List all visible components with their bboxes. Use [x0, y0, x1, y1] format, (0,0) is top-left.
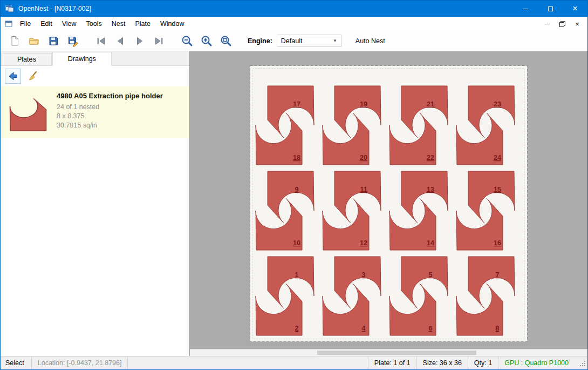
drawing-nested-count: 24 of 1 nested [57, 103, 163, 112]
plate-nav-group [91, 32, 169, 50]
save-edit-button[interactable] [63, 32, 83, 50]
part-number: 6 [429, 325, 433, 332]
titlebar: OpenNest - [N0317-002] × [1, 1, 587, 17]
part-number: 8 [496, 325, 500, 332]
previous-plate-icon [114, 35, 126, 47]
open-button[interactable] [24, 32, 44, 50]
drawing-title: 4980 A05 Extraction pipe holder [57, 92, 163, 100]
menu-nest[interactable]: Nest [107, 20, 131, 28]
menu-view[interactable]: View [57, 20, 81, 28]
close-icon: × [572, 4, 577, 13]
first-plate-button[interactable] [91, 32, 111, 50]
part-number: 5 [429, 271, 433, 279]
save-icon [47, 35, 59, 47]
auto-nest-button[interactable]: Auto Nest [355, 37, 385, 45]
mdi-close-button[interactable]: × [570, 18, 584, 29]
window-title: OpenNest - [N0317-002] [18, 5, 91, 12]
last-plate-button[interactable] [149, 32, 169, 50]
part-number: 16 [494, 239, 501, 247]
menubar-items: FileEditViewToolsNestPlateWindow [15, 17, 189, 31]
part-number: 24 [494, 154, 501, 162]
new-file-icon [9, 35, 20, 47]
last-plate-icon [153, 35, 165, 47]
clean-button[interactable] [25, 69, 41, 84]
menu-edit[interactable]: Edit [36, 20, 57, 28]
replace-drawing-button[interactable] [5, 69, 21, 84]
previous-plate-button[interactable] [111, 32, 130, 50]
file-group [5, 32, 83, 50]
canvas-hscrollbar[interactable] [190, 349, 587, 356]
tab-drawings[interactable]: Drawings [52, 52, 112, 66]
engine-value: Default [281, 37, 303, 45]
main-toolbar: Engine: Default ▼ Auto Nest [1, 31, 587, 51]
next-plate-icon [134, 35, 146, 47]
statusbar: Select Location: [-0.9437, 21.8796] Plat… [1, 356, 587, 369]
drawings-toolbar [1, 66, 189, 86]
caption-buttons: × [513, 1, 587, 17]
menubar: FileEditViewToolsNestPlateWindow × [1, 17, 587, 31]
first-plate-icon [95, 35, 107, 47]
part-number: 20 [360, 154, 367, 162]
content-area: PlatesDrawings [1, 51, 587, 356]
status-size: Size: 36 x 36 [417, 359, 468, 367]
sidebar-tabs: PlatesDrawings [1, 51, 189, 66]
part-number: 9 [295, 186, 299, 193]
mdi-minimize-icon [545, 24, 550, 24]
status-qty: Qty: 1 [468, 359, 498, 367]
new-button[interactable] [5, 32, 24, 50]
drawing-info: 4980 A05 Extraction pipe holder 24 of 1 … [57, 92, 163, 130]
mdi-buttons: × [540, 18, 587, 29]
save-button[interactable] [44, 32, 63, 50]
save-edit-icon [67, 35, 79, 47]
mdi-restore-icon [559, 21, 565, 27]
drawing-list-item[interactable]: 4980 A05 Extraction pipe holder 24 of 1 … [1, 86, 189, 138]
resize-grip[interactable] [579, 360, 586, 367]
menu-file[interactable]: File [15, 20, 36, 28]
zoom-out-icon [181, 35, 194, 48]
blue-arrow-icon [8, 71, 18, 82]
drawing-area: 30.7815 sq/in [57, 121, 163, 130]
zoom-group [177, 32, 236, 50]
part-number: 14 [427, 239, 434, 247]
mdi-minimize-button[interactable] [540, 18, 554, 29]
mdi-close-icon: × [575, 20, 579, 28]
divider [127, 356, 128, 370]
part-number: 7 [496, 271, 500, 279]
part-thumbnail [7, 96, 49, 132]
status-plate: Plate: 1 of 1 [368, 359, 416, 367]
part-number: 1 [295, 271, 299, 279]
zoom-extents-button[interactable] [216, 32, 236, 50]
part-number: 18 [293, 154, 300, 162]
document-window-icon [4, 19, 13, 28]
broom-icon [28, 71, 38, 82]
part-number: 3 [362, 271, 366, 279]
menu-window[interactable]: Window [155, 20, 189, 28]
part-number: 11 [360, 186, 367, 193]
maximize-button[interactable] [538, 1, 563, 17]
status-mode: Select [1, 359, 31, 367]
chevron-down-icon: ▼ [333, 38, 337, 43]
part-number: 12 [360, 239, 367, 247]
minimize-icon [523, 9, 528, 9]
scrollbar-thumb[interactable] [317, 351, 476, 355]
part-number: 10 [293, 239, 300, 247]
menu-tools[interactable]: Tools [81, 20, 107, 28]
drawing-dimensions: 8 x 8.375 [57, 112, 163, 121]
zoom-in-button[interactable] [197, 32, 216, 50]
next-plate-button[interactable] [130, 32, 149, 50]
part-number: 23 [494, 100, 501, 108]
part-number: 22 [427, 154, 434, 162]
minimize-button[interactable] [513, 1, 538, 17]
close-button[interactable]: × [563, 1, 587, 17]
engine-select[interactable]: Default ▼ [277, 35, 341, 47]
nesting-canvas[interactable]: 171819202122232491011121314151612345678 [190, 51, 587, 356]
menu-plate[interactable]: Plate [130, 20, 155, 28]
status-location: Location: [-0.9437, 21.8796] [32, 359, 128, 367]
zoom-out-button[interactable] [177, 32, 197, 50]
maximize-icon [548, 6, 553, 11]
tab-plates[interactable]: Plates [2, 53, 52, 65]
mdi-restore-button[interactable] [555, 18, 569, 29]
part-number: 4 [362, 325, 366, 332]
status-gpu: GPU : Quadro P1000 [498, 359, 575, 367]
part-number: 17 [293, 100, 300, 108]
